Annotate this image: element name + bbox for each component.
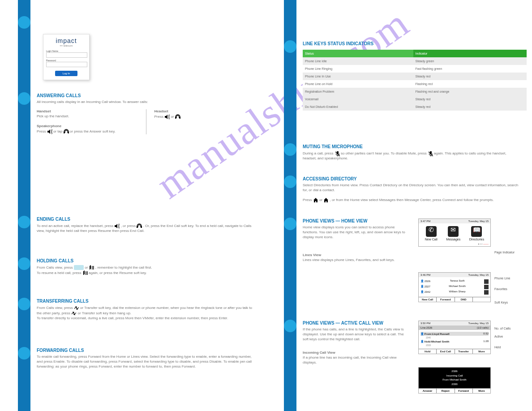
cell: Steady green <box>413 57 527 65</box>
section-bullet <box>284 143 296 156</box>
messages-icon: ✉ <box>448 226 459 237</box>
section-bullet <box>284 176 296 188</box>
section-bullet <box>18 92 30 105</box>
speaker-icon <box>164 114 170 120</box>
para: To end an active call, replace the hands… <box>37 223 253 234</box>
label: Incoming Call <box>420 374 489 378</box>
section-title: FORWARDING CALLS <box>37 348 253 353</box>
softkey: Answer <box>419 389 437 393</box>
speaker-icon <box>47 129 52 134</box>
speaker-icon <box>114 223 120 229</box>
home-view-shot: 3:47 PMTuesday, May 15 ✆New Call ✉Messag… <box>418 218 491 247</box>
section-directory: ACCESSING DIRECTORY Select Directories f… <box>303 176 519 203</box>
section-title: ANSWERING CALLS <box>37 93 253 98</box>
brand-sub: ••• telecom <box>46 44 86 47</box>
softkey: Reject <box>437 389 455 393</box>
hold: Hold:Michael Smith <box>425 340 450 343</box>
login-name-input[interactable] <box>46 52 87 58</box>
lines-view-shot: 3:46 PMTuesday, May 15 👤 2326Teresa Swif… <box>418 272 491 302</box>
transfer-icon <box>71 311 77 316</box>
para: If the phone has calls, and a line is hi… <box>303 327 410 342</box>
cell: Steady red <box>413 103 527 111</box>
para: During a call, press so other parties ca… <box>303 151 519 161</box>
mute-icon <box>428 151 433 156</box>
section-holding: HOLDING CALLS From Calls view, press or … <box>37 258 253 276</box>
cell: Voicemail <box>303 95 413 103</box>
section-bullet <box>18 347 30 360</box>
section-title: PHONE VIEWS — ACTIVE CALL VIEW <box>303 321 410 325</box>
from: From:Lloyd Russell <box>425 333 450 335</box>
call-count: (1/2 calls) <box>477 326 489 329</box>
section-title: LINE KEYS STATUS INDICATORS <box>303 41 519 46</box>
para: Home view displays icons you can select … <box>303 225 410 240</box>
section-bullet <box>18 16 30 29</box>
password-input[interactable] <box>46 62 87 67</box>
anno: Held <box>494 346 501 349</box>
cell: Steady red <box>413 73 527 80</box>
cell: Do Not Disturb Enabled <box>303 103 413 111</box>
anno: No. of Calls <box>494 327 511 330</box>
status-table: StatusIndicator Phone Line IdleSteady gr… <box>303 50 527 111</box>
para: All incoming calls display in an Incomin… <box>37 100 253 105</box>
softkey: Hold <box>419 349 437 354</box>
mute-icon <box>335 151 340 156</box>
section-bullet <box>18 216 30 228</box>
softkey: End Call <box>437 349 455 354</box>
section-mute: MUTING THE MICROPHONE During a call, pre… <box>303 144 519 161</box>
incoming-call-shot: 2326 Incoming Call From Michael Smith 23… <box>418 367 491 394</box>
th-indicator: Indicator <box>413 50 527 57</box>
key-label: New Call <box>425 238 438 241</box>
shot-time: 3:46 PM <box>420 274 430 276</box>
brand-text: impact <box>46 37 86 44</box>
section-transfer: TRANSFERRING CALLS From Calls view, pres… <box>37 299 253 321</box>
anno: Active <box>494 335 503 338</box>
headset-icon <box>64 129 69 134</box>
para: To transfer directly to voicemail, durin… <box>37 316 253 321</box>
softkey: Transfer <box>455 349 473 354</box>
anno: Soft Keys <box>494 301 508 304</box>
section-answering: ANSWERING CALLS All incoming calls displ… <box>37 93 253 134</box>
cell: Flashing red <box>413 80 527 88</box>
home-icon <box>323 197 329 203</box>
para: To resume a held call, press again, or p… <box>37 270 253 276</box>
softkey <box>473 297 490 302</box>
cell: Fast flashing green <box>413 65 527 73</box>
sub-head: Speakerphone <box>37 124 61 128</box>
cell: Phone Line Idle <box>303 57 413 65</box>
section-title: ENDING CALLS <box>37 217 253 222</box>
shot-time: 3:47 PM <box>420 220 430 223</box>
section-title: PHONE VIEWS — HOME VIEW <box>303 218 410 223</box>
name: William Sharp <box>449 290 466 295</box>
home-icon <box>313 197 318 203</box>
cell: Phone Line Ringing <box>303 65 413 73</box>
ext: 2333 <box>426 344 431 347</box>
headset-icon <box>137 223 142 229</box>
para: If a phone line has an incoming call, th… <box>303 355 410 365</box>
ext: 2327 <box>425 285 430 288</box>
para: To enable call forwarding, press Forward… <box>37 355 253 369</box>
from: From Michael Smith <box>420 378 489 382</box>
section-ending: ENDING CALLS To end an active call, repl… <box>37 217 253 234</box>
hold-key-highlight <box>74 265 84 270</box>
line-label: Line:2326 <box>420 326 432 329</box>
key-label: Messages <box>446 238 460 241</box>
section-title: MUTING THE MICROPHONE <box>303 144 519 149</box>
para: Select Directories from Home view. Press… <box>303 183 519 193</box>
ext: 2326 <box>425 280 430 283</box>
headset-icon <box>175 114 180 120</box>
cell: Registration Problem <box>303 88 413 95</box>
para: From Calls view, press or , remember to … <box>37 265 253 270</box>
sub-head: Headset <box>154 109 168 113</box>
phone-icon: ✆ <box>426 226 437 237</box>
section-forward: FORWARDING CALLS To enable call forwardi… <box>37 348 253 369</box>
page-right: LINE KEYS STATUS INDICATORS StatusIndica… <box>266 0 532 411</box>
section-title: TRANSFERRING CALLS <box>37 299 253 304</box>
section-bullet <box>284 320 296 332</box>
section-bullet <box>18 257 30 270</box>
login-button[interactable]: Log In <box>55 71 77 76</box>
softkey: New Call <box>419 297 437 302</box>
cell: Phone Line In Use <box>303 73 413 80</box>
transfer-icon <box>74 305 79 311</box>
para: From Calls view, press or Transfer soft … <box>37 305 253 316</box>
num: 2333 <box>420 382 489 387</box>
